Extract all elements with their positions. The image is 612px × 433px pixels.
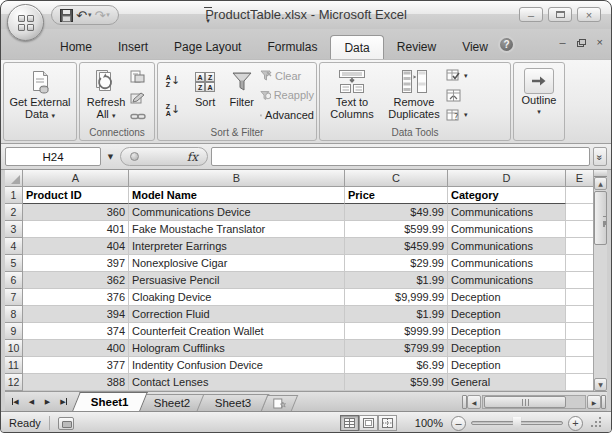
h-scroll-left-icon[interactable]: ◀ <box>467 395 481 409</box>
cell-C7[interactable]: $9,999.99 <box>345 289 448 306</box>
close-button[interactable]: × <box>577 7 601 22</box>
split-handle[interactable] <box>601 395 606 409</box>
row-header-8[interactable]: 8 <box>5 306 23 323</box>
filter-button[interactable]: Filter <box>223 65 260 126</box>
insert-function-button[interactable]: fx <box>187 150 198 164</box>
reapply-button[interactable]: Reapply <box>260 86 314 105</box>
cell-C8[interactable]: $1.99 <box>345 306 448 323</box>
column-header-D[interactable]: D <box>448 170 566 187</box>
column-header-E[interactable]: E <box>566 170 593 187</box>
cell-B3[interactable]: Fake Moustache Translator <box>129 221 345 238</box>
cell-E6[interactable] <box>566 272 593 289</box>
column-header-C[interactable]: C <box>345 170 448 187</box>
tab-page-layout[interactable]: Page Layout <box>161 35 254 59</box>
cell-A4[interactable]: 404 <box>23 238 129 255</box>
cell-C1[interactable]: Price <box>345 187 448 204</box>
v-scroll-thumb[interactable] <box>594 191 607 245</box>
office-button[interactable] <box>7 4 44 41</box>
workbook-close-button[interactable]: × <box>597 37 603 48</box>
workbook-minimize-button[interactable]: – <box>559 37 565 48</box>
remove-duplicates-button[interactable]: Remove Duplicates <box>382 65 446 126</box>
cell-D11[interactable]: Deception <box>448 357 566 374</box>
sort-descending-button[interactable]: ZA↓ <box>160 98 186 122</box>
sheet-tab-sheet1[interactable]: Sheet1 <box>72 392 147 411</box>
row-header-3[interactable]: 3 <box>5 221 23 238</box>
cell-A11[interactable]: 377 <box>23 357 129 374</box>
cell-B8[interactable]: Correction Fluid <box>129 306 345 323</box>
formula-bar-expand-button[interactable]: » <box>593 147 607 166</box>
cell-A1[interactable]: Product ID <box>23 187 129 204</box>
first-sheet-button[interactable]: ◀ <box>8 394 23 409</box>
tab-view[interactable]: View <box>449 35 501 59</box>
h-scroll-right-icon[interactable]: ▶ <box>587 395 601 409</box>
help-button[interactable]: ? <box>498 36 515 53</box>
cell-D1[interactable]: Category <box>448 187 566 204</box>
scroll-down-icon[interactable]: ▼ <box>594 378 607 391</box>
cell-D7[interactable]: Deception <box>448 289 566 306</box>
view-page-break-button[interactable] <box>378 415 397 431</box>
cell-D3[interactable]: Communications <box>448 221 566 238</box>
consolidate-button[interactable] <box>446 86 482 105</box>
scroll-up-icon[interactable]: ▲ <box>594 177 607 190</box>
view-normal-button[interactable] <box>340 415 359 431</box>
cell-E3[interactable] <box>566 221 593 238</box>
cell-E4[interactable] <box>566 238 593 255</box>
cell-B12[interactable]: Contact Lenses <box>129 374 345 391</box>
cell-C10[interactable]: $799.99 <box>345 340 448 357</box>
cell-D4[interactable]: Communications <box>448 238 566 255</box>
row-header-10[interactable]: 10 <box>5 340 23 357</box>
refresh-all-button[interactable]: Refresh All ▾ <box>82 65 130 126</box>
h-scroll-thumb[interactable] <box>484 396 566 408</box>
macro-record-button[interactable] <box>58 417 74 430</box>
advanced-filter-button[interactable]: Advanced <box>260 106 314 125</box>
zoom-out-button[interactable]: – <box>451 416 466 431</box>
formula-input[interactable] <box>211 147 590 166</box>
properties-button[interactable] <box>130 91 152 105</box>
cell-D8[interactable]: Deception <box>448 306 566 323</box>
maximize-button[interactable] <box>548 7 572 22</box>
clear-filter-button[interactable]: Clear <box>260 66 314 85</box>
get-external-data-button[interactable]: Get External Data ▾ <box>6 65 74 126</box>
edit-links-button[interactable] <box>130 112 152 121</box>
row-header-4[interactable]: 4 <box>5 238 23 255</box>
vertical-scrollbar[interactable]: ▲ ▼ <box>593 170 607 391</box>
minimize-button[interactable]: – <box>519 7 543 22</box>
select-all-corner[interactable] <box>5 170 23 187</box>
previous-sheet-button[interactable]: ◀ <box>24 394 39 409</box>
tab-data[interactable]: Data <box>330 35 383 59</box>
row-header-6[interactable]: 6 <box>5 272 23 289</box>
cell-A10[interactable]: 400 <box>23 340 129 357</box>
sort-button[interactable]: AZZA Sort <box>187 65 224 126</box>
zoom-slider-handle[interactable] <box>513 417 522 430</box>
name-box[interactable]: H24 <box>5 147 101 166</box>
connections-button[interactable] <box>130 70 152 84</box>
next-sheet-button[interactable]: ▶ <box>40 394 55 409</box>
cell-A2[interactable]: 360 <box>23 204 129 221</box>
row-header-5[interactable]: 5 <box>5 255 23 272</box>
cell-B6[interactable]: Persuasive Pencil <box>129 272 345 289</box>
cell-D10[interactable]: Deception <box>448 340 566 357</box>
cell-C2[interactable]: $49.99 <box>345 204 448 221</box>
row-header-11[interactable]: 11 <box>5 357 23 374</box>
view-page-layout-button[interactable] <box>359 415 378 431</box>
tab-review[interactable]: Review <box>384 35 449 59</box>
split-handle[interactable] <box>594 170 607 177</box>
cell-A8[interactable]: 394 <box>23 306 129 323</box>
cell-A3[interactable]: 401 <box>23 221 129 238</box>
cell-B7[interactable]: Cloaking Device <box>129 289 345 306</box>
tab-home[interactable]: Home <box>47 35 105 59</box>
cell-B10[interactable]: Hologram Cufflinks <box>129 340 345 357</box>
row-header-9[interactable]: 9 <box>5 323 23 340</box>
cell-E2[interactable] <box>566 204 593 221</box>
cell-E5[interactable] <box>566 255 593 272</box>
cell-C4[interactable]: $459.99 <box>345 238 448 255</box>
column-header-A[interactable]: A <box>23 170 129 187</box>
row-header-7[interactable]: 7 <box>5 289 23 306</box>
cell-B1[interactable]: Model Name <box>129 187 345 204</box>
outline-button[interactable]: Outline ▾ <box>516 65 562 126</box>
cell-D2[interactable]: Communications <box>448 204 566 221</box>
cell-C12[interactable]: $59.99 <box>345 374 448 391</box>
row-header-2[interactable]: 2 <box>5 204 23 221</box>
h-scroll-track[interactable] <box>482 395 586 409</box>
cell-B5[interactable]: Nonexplosive Cigar <box>129 255 345 272</box>
